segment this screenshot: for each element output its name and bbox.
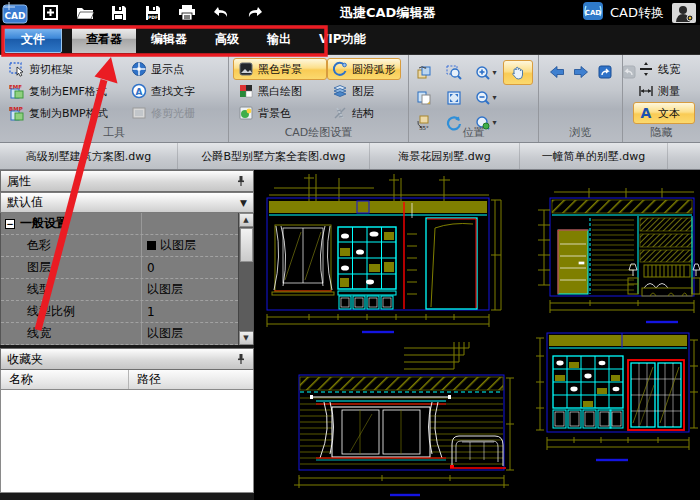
paste-view-icon [416, 90, 432, 106]
cad-convert-icon: CAD [582, 1, 604, 24]
properties-panel-title: 属性 [7, 173, 31, 190]
collapse-icon[interactable]: − [5, 219, 15, 229]
copy-emf-button[interactable]: ​EMF 复制为EMF格式 [4, 80, 126, 102]
layers-button[interactable]: 图层 [327, 80, 401, 102]
scroll-down-icon[interactable]: ▼ [239, 331, 254, 345]
main-area: 属性 默认值 ▼ − 一般设置 色彩 以图层 [0, 170, 700, 500]
properties-panel-header: 属性 [0, 170, 254, 192]
view-undo-button[interactable] [597, 64, 613, 80]
menu-item-editor[interactable]: 编辑器 [138, 26, 200, 53]
group-label-hide: 隐藏 [623, 125, 700, 140]
structure-button[interactable]: 结构 [327, 102, 401, 124]
document-tabstrip: 高级别墅建筑方案图.dwg 公爵B型别墅方案全套图.dwg 海景花园别墅.dwg… [0, 143, 700, 170]
ribbon-group-tools: 剪切框架 ​EMF 复制为EMF格式 BMP 复制为BMP格式 显示点 [0, 55, 228, 142]
property-row-linetype[interactable]: 线型 以图层 [1, 279, 253, 301]
rotate-view-icon [416, 65, 432, 81]
zoom-out-button[interactable]: ▾ [469, 85, 503, 110]
drawing-canvas[interactable] [254, 170, 700, 500]
favorites-pin-icon[interactable] [235, 353, 247, 365]
menu-item-viewer[interactable]: 查看器 [72, 26, 136, 53]
measure-icon [638, 83, 654, 99]
find-text-button[interactable]: A 查找文字 [126, 80, 200, 102]
lineweight-toggle[interactable]: 线宽 [633, 58, 700, 80]
doctab-2[interactable]: 公爵B型别墅方案全套图.dwg [178, 143, 370, 169]
view-undo-icon [597, 64, 613, 80]
doctab-4[interactable]: 一幢简单的别墅.dwg [520, 143, 668, 169]
svg-text:A: A [136, 87, 143, 97]
redo-button[interactable] [244, 3, 266, 23]
ribbon: 剪切框架 ​EMF 复制为EMF格式 BMP 复制为BMP格式 显示点 [0, 55, 700, 143]
new-file-button[interactable] [40, 3, 62, 23]
zoom-in-dropdown-caret[interactable]: ▾ [492, 68, 496, 77]
properties-scrollbar[interactable]: ▲ ▼ [238, 213, 253, 345]
window-title: 迅捷CAD编辑器 [340, 4, 435, 22]
zoom-out-icon [475, 90, 491, 106]
smooth-arc-toggle[interactable]: 圆滑弧形 [327, 58, 401, 80]
save-as-pdf-button[interactable]: PDF [142, 3, 164, 23]
nav-back-button[interactable] [549, 64, 565, 80]
save-button[interactable] [108, 3, 130, 23]
undo-button[interactable] [210, 3, 232, 23]
pin-icon[interactable] [235, 175, 247, 187]
scrollbar-thumb[interactable] [240, 228, 253, 262]
pan-button[interactable] [503, 60, 533, 85]
left-dock: 属性 默认值 ▼ − 一般设置 色彩 以图层 [0, 170, 254, 500]
property-group-row[interactable]: − 一般设置 [1, 213, 253, 235]
property-row-layer[interactable]: 图层 0 [1, 257, 253, 279]
doctab-3[interactable]: 海景花园别墅.dwg [370, 143, 520, 169]
cad-convert-button[interactable]: CAD CAD转换 [582, 1, 664, 24]
zoom-out-dropdown-caret[interactable]: ▾ [492, 93, 496, 102]
cut-frame-button[interactable]: 剪切框架 [4, 58, 126, 80]
elevation-bottom-right [536, 333, 698, 460]
background-color-icon [238, 105, 254, 121]
menu-item-file[interactable]: 文件 [4, 26, 62, 53]
zoom-window-button[interactable] [439, 60, 469, 85]
app-logo-icon: CAD [2, 2, 28, 24]
rotate-view-button[interactable] [409, 60, 439, 85]
layers-icon [332, 83, 348, 99]
trim-raster-button[interactable]: 修剪光栅 [126, 102, 200, 124]
favorites-column-headers: 名称 路径 [0, 370, 254, 390]
favorites-col-name[interactable]: 名称 [1, 370, 129, 389]
show-points-button[interactable]: 显示点 [126, 58, 200, 80]
favorites-list[interactable] [0, 390, 254, 493]
fit-to-screen-button[interactable] [439, 85, 469, 110]
background-color-button[interactable]: 背景色 [233, 102, 327, 124]
doctab-1[interactable]: 高级别墅建筑方案图.dwg [0, 143, 178, 169]
zoom-window-icon [446, 65, 462, 81]
quick-toolbar: PDF [40, 3, 266, 23]
scroll-up-icon[interactable]: ▲ [239, 213, 254, 227]
paste-view-button[interactable] [409, 85, 439, 110]
bw-drawing-button[interactable]: 黑白绘图 [233, 80, 327, 102]
menu-item-vip[interactable]: VIP功能 [306, 26, 379, 53]
menu-item-advanced[interactable]: 高级 [202, 26, 252, 53]
user-account-button[interactable] [672, 3, 696, 23]
nav-forward-button[interactable] [573, 64, 589, 80]
open-file-button[interactable] [74, 3, 96, 23]
menubar: 文件 查看器 编辑器 高级 输出 VIP功能 [0, 25, 700, 55]
print-button[interactable] [176, 3, 198, 23]
copy-bmp-button[interactable]: BMP 复制为BMP格式 [4, 102, 126, 124]
ribbon-group-hide: 线宽 测量 A 文本 隐藏 [622, 55, 700, 142]
svg-text:PDF: PDF [148, 15, 158, 20]
elevation-top-left [267, 174, 501, 332]
svg-text:CAD: CAD [585, 9, 602, 17]
property-row-color[interactable]: 色彩 以图层 [1, 235, 253, 257]
cad-drawing [254, 170, 700, 500]
preset-dropdown[interactable]: 默认值 ▼ [0, 192, 254, 213]
property-row-lineweight[interactable]: 线宽 以图层 [1, 323, 253, 345]
group-label-position: 位置 [409, 125, 538, 140]
favorites-panel-title: 收藏夹 [7, 351, 43, 368]
black-background-toggle[interactable]: 黑色背景 [233, 58, 327, 80]
lineweight-icon [638, 61, 654, 77]
ribbon-group-position: ▾ ▾ 35° [408, 55, 538, 142]
measure-toggle[interactable]: 测量 [633, 80, 700, 102]
property-row-ltscale[interactable]: 线型比例 1 [1, 301, 253, 323]
text-toggle[interactable]: A 文本 [633, 102, 695, 124]
zoom-in-button[interactable]: ▾ [469, 60, 503, 85]
text-icon: A [638, 105, 654, 121]
menu-item-output[interactable]: 输出 [254, 26, 304, 53]
ribbon-group-draw-settings: 黑色背景 黑白绘图 背景色 圆滑弧形 [228, 55, 408, 142]
properties-table: − 一般设置 色彩 以图层 图层 0 线型 以图层 [0, 213, 254, 345]
favorites-col-path[interactable]: 路径 [129, 370, 253, 389]
